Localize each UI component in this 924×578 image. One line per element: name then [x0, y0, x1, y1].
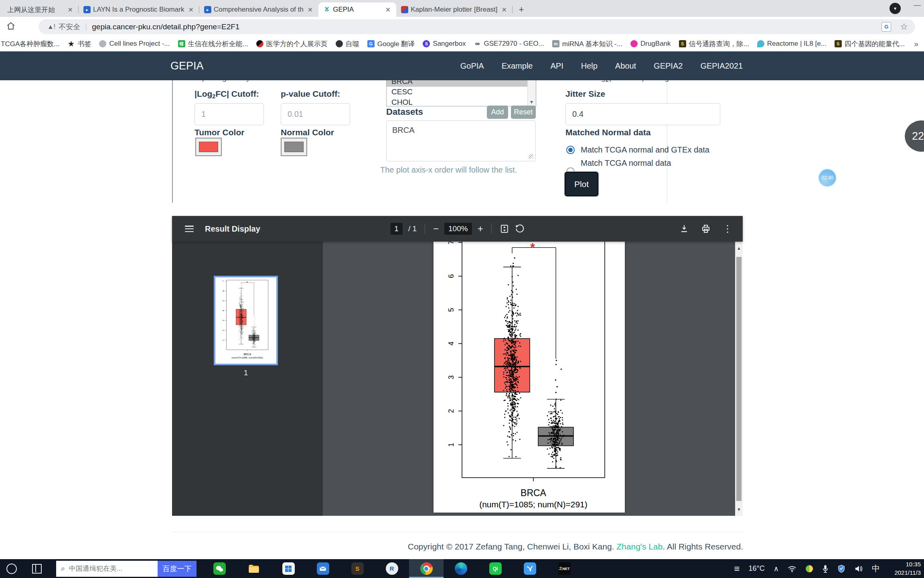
resize-handle[interactable] — [529, 154, 533, 159]
reset-button[interactable]: Reset — [511, 106, 536, 119]
taskbar-chrome-active[interactable] — [409, 559, 444, 578]
bookmark-item[interactable]: G Google 翻译 — [363, 39, 419, 49]
tab-gepia-active[interactable]: GEPIA ✕ — [318, 2, 396, 17]
task-view-icon[interactable] — [32, 564, 42, 574]
brand-gepia[interactable]: GEPIA — [170, 60, 204, 72]
dataset-option-cesc[interactable]: CESC — [387, 87, 536, 97]
scroll-up-icon[interactable]: ▲ — [737, 246, 741, 250]
zoom-out-icon[interactable]: − — [433, 223, 439, 234]
bookmark-item[interactable]: S Sangerbox — [419, 40, 470, 48]
floating-counter-widget[interactable]: 22 — [905, 120, 924, 152]
page-thumbnail[interactable]: 1234567*BRCA(num(T)=1085; num(N)=291) — [215, 277, 276, 364]
baidu-search-button[interactable]: 百度一下 — [158, 561, 197, 577]
nav-example[interactable]: Example — [502, 61, 533, 71]
jitter-size-input[interactable] — [565, 103, 720, 125]
nav-help[interactable]: Help — [581, 61, 598, 71]
taskbar-file-explorer[interactable] — [237, 559, 271, 578]
tumor-color-swatch[interactable] — [195, 138, 222, 156]
microphone-icon[interactable] — [822, 565, 829, 573]
translate-icon[interactable]: G — [881, 22, 891, 32]
close-icon[interactable]: ✕ — [67, 6, 74, 14]
tab-home[interactable]: 上网从这里开始 ✕ — [0, 2, 79, 17]
nav-about[interactable]: About — [615, 61, 636, 71]
bookmark-item[interactable]: TCGA各种肿瘤数... — [0, 39, 63, 49]
menu-icon[interactable] — [185, 226, 194, 232]
scrollbar-thumb[interactable] — [736, 257, 742, 501]
tab-strip: 上网从这里开始 ✕ ▸ LAYN Is a Prognostic Biomark… — [0, 0, 924, 17]
add-button[interactable]: Add — [487, 106, 508, 119]
media-control-button[interactable]: ▾ — [890, 3, 901, 14]
tab-km-plotter[interactable]: Kaplan-Meier plotter [Breast] ✕ — [396, 2, 513, 17]
radio-label-tcga-gtex[interactable]: Match TCGA normal and GTEx data — [581, 145, 709, 155]
print-icon[interactable] — [701, 224, 711, 234]
bookmarks-overflow-chevron[interactable]: » — [914, 39, 918, 49]
plot-button[interactable]: Plot — [565, 172, 598, 196]
tray-chevron-icon[interactable]: ∧ — [774, 564, 779, 573]
taskbar-iqiyi[interactable]: Qi — [478, 559, 513, 578]
svg-text:1: 1 — [222, 340, 225, 341]
cortana-icon[interactable] — [6, 564, 17, 574]
home-icon[interactable] — [6, 21, 16, 31]
taskbar-clock[interactable]: 10:35 2021/11/3 — [889, 560, 921, 577]
page-number-input[interactable]: 1 — [390, 223, 403, 235]
bookmark-item[interactable]: ★ 书签 — [63, 39, 95, 49]
nav-gepia2[interactable]: GEPIA2 — [654, 61, 683, 71]
recording-timer-bubble[interactable]: 02:40 — [818, 169, 837, 187]
close-icon[interactable]: ✕ — [187, 6, 194, 14]
radio-label-tcga[interactable]: Match TCGA normal data — [581, 159, 671, 168]
pvalue-cutoff-input[interactable] — [281, 103, 350, 125]
close-icon[interactable]: ✕ — [385, 6, 391, 14]
taskbar-rstudio[interactable]: R — [375, 559, 409, 578]
shield-icon[interactable] — [837, 565, 845, 573]
tray-menu-icon[interactable]: ≡ — [734, 563, 740, 574]
bookmark-item[interactable]: S 信号通路查询，除... — [675, 39, 753, 49]
rotate-icon[interactable] — [515, 224, 525, 234]
bookmark-item[interactable]: 馆 生信在线分析全能... — [174, 39, 252, 49]
bookmark-item[interactable]: 自噬 — [332, 39, 363, 49]
more-options-icon[interactable]: ⋮ — [723, 223, 732, 234]
zhangs-lab-link[interactable]: Zhang's Lab — [616, 542, 663, 551]
download-icon[interactable] — [679, 224, 689, 234]
taskbar-znet[interactable]: 之NET — [547, 559, 582, 578]
bookmark-item[interactable]: ∞ GSE72970 - GEO... — [470, 40, 548, 48]
tab-layn-paper[interactable]: ▸ LAYN Is a Prognostic Biomark ✕ — [79, 2, 199, 17]
taskbar-edge[interactable] — [444, 559, 478, 578]
window-minimize-button[interactable]: — — [914, 1, 921, 9]
close-icon[interactable]: ✕ — [307, 6, 314, 14]
scroll-down-icon[interactable]: ▼ — [529, 100, 534, 104]
zoom-in-icon[interactable]: + — [478, 223, 483, 234]
bookmark-item[interactable]: DrugBank — [626, 40, 675, 48]
log2fc-cutoff-input[interactable] — [195, 103, 264, 125]
taskbar-ms-store[interactable] — [271, 559, 306, 578]
datasets-textarea[interactable]: BRCA — [386, 120, 536, 161]
omnibox[interactable]: ▲! 不安全 gepia.cancer-pku.cn/detail.php?ge… — [38, 19, 915, 34]
wifi-icon[interactable] — [788, 565, 796, 572]
taskbar-mail[interactable] — [306, 559, 340, 578]
close-icon[interactable]: ✕ — [501, 6, 508, 14]
taskbar-xunlei[interactable] — [513, 559, 547, 578]
bookmark-item[interactable]: S 四个基因的能量代... — [831, 39, 909, 49]
weather-temp[interactable]: 16°C — [749, 564, 765, 573]
new-tab-button[interactable]: + — [516, 4, 527, 15]
scroll-down-icon[interactable]: ▼ — [737, 507, 741, 512]
fit-page-icon[interactable] — [500, 224, 509, 234]
taskbar-wechat[interactable] — [202, 559, 237, 578]
ime-indicator[interactable]: 中 — [872, 563, 880, 574]
bookmark-item[interactable]: 医学方的个人展示页 — [252, 39, 332, 49]
bookmark-star-icon[interactable]: ☆ — [900, 22, 908, 32]
bookmark-item[interactable]: m miRNA 基本知识 -... — [548, 39, 626, 49]
taskbar-search-box[interactable]: ⌕ 中国通缉犯在美... 百度一下 — [56, 561, 197, 577]
bookmark-item[interactable]: Reactome | IL8 [e... — [753, 40, 831, 48]
nav-gepia2021[interactable]: GEPIA2021 — [700, 61, 743, 71]
radio-match-tcga-gtex[interactable] — [566, 146, 575, 154]
speaker-icon[interactable] — [854, 565, 863, 572]
pdf-scrollbar[interactable]: ▲ ▼ — [735, 242, 743, 516]
dataset-option-chol[interactable]: CHOL — [387, 97, 536, 106]
tray-app-icon[interactable] — [805, 565, 813, 573]
bookmark-item[interactable]: Cell lines Project -... — [95, 40, 174, 48]
nav-gopia[interactable]: GoPIA — [460, 61, 484, 71]
tab-comprehensive-paper[interactable]: ▸ Comprehensive Analysis of th ✕ — [199, 2, 318, 17]
normal-color-swatch[interactable] — [281, 138, 307, 156]
nav-api[interactable]: API — [550, 61, 563, 71]
taskbar-sublime[interactable]: S — [340, 559, 375, 578]
